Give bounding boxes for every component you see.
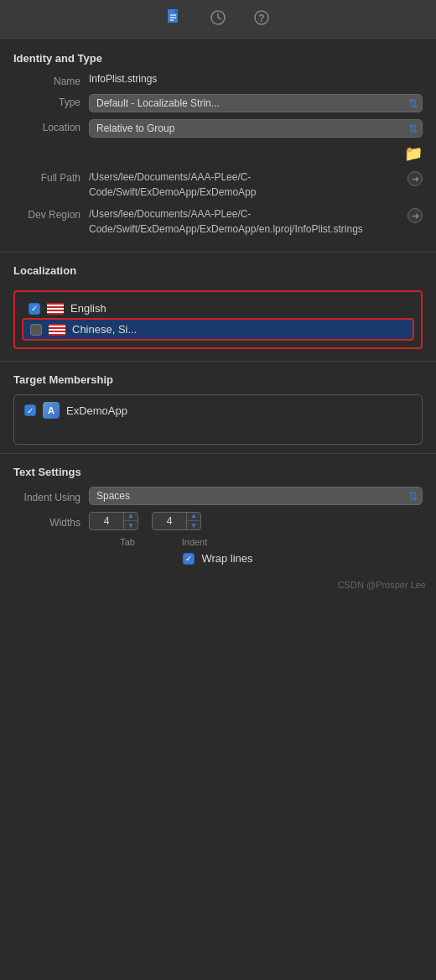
dev-region-value: /Users/lee/Documents/AAA-PLee/C-Code/Swi… [89, 206, 404, 237]
exdemoapp-label: ExDemoApp [66, 404, 127, 417]
dev-region-value-container: /Users/lee/Documents/AAA-PLee/C-Code/Swi… [89, 206, 423, 237]
wrap-lines-checkbox[interactable]: ✓ [183, 553, 195, 565]
full-path-navigate-button[interactable]: ➜ [407, 171, 423, 186]
english-checkbox[interactable]: ✓ [29, 303, 40, 315]
identity-section-title: Identity and Type [13, 52, 423, 65]
folder-icon[interactable]: 📁 [404, 144, 423, 163]
watermark: CSDN @Prosper Lee [0, 573, 436, 597]
svg-line-6 [218, 18, 221, 19]
dev-region-field-row: Dev Region /Users/lee/Documents/AAA-PLee… [13, 206, 423, 237]
text-settings-section: Text Settings Indent Using Spaces ⇅ Widt… [0, 454, 436, 573]
indent-using-row: Indent Using Spaces ⇅ [13, 487, 423, 505]
indent-stepper-down[interactable]: ▼ [187, 521, 200, 530]
localization-item-chinese[interactable]: Chinese, Si... [22, 318, 414, 341]
localization-item-english[interactable]: ✓ English [22, 299, 414, 318]
full-path-field-row: Full Path /Users/lee/Documents/AAA-PLee/… [13, 169, 423, 200]
text-settings-title: Text Settings [13, 466, 423, 478]
widths-row: Widths ▲ ▼ ▲ ▼ [13, 512, 423, 530]
tab-stepper-arrows: ▲ ▼ [123, 512, 138, 530]
indent-stepper: ▲ ▼ [152, 512, 201, 530]
localization-outer: Localization ✓ English [0, 253, 436, 349]
dev-region-label: Dev Region [13, 206, 89, 221]
top-toolbar: ? [0, 0, 436, 40]
target-membership-title: Target Membership [13, 373, 423, 386]
location-label: Location [13, 119, 89, 133]
location-select-wrapper: Relative to Group ⇅ [89, 119, 423, 138]
english-flag-icon [47, 303, 64, 315]
location-field-row: Location Relative to Group ⇅ [13, 119, 423, 138]
file-icon[interactable] [165, 8, 184, 31]
chinese-checkbox[interactable] [30, 324, 42, 336]
location-select[interactable]: Relative to Group [89, 119, 423, 138]
clock-icon[interactable] [209, 8, 227, 31]
target-membership-section: Target Membership ✓ A ExDemoApp [0, 362, 436, 453]
indent-stepper-up[interactable]: ▲ [187, 512, 200, 521]
name-field-row: Name InfoPlist.strings [13, 73, 423, 87]
folder-icon-container: 📁 [89, 144, 423, 163]
chinese-label: Chinese, Si... [72, 323, 137, 336]
svg-text:?: ? [258, 13, 264, 24]
localization-section: ✓ English C [13, 290, 423, 349]
type-select-wrapper: Default - Localizable Strin... ⇅ [89, 94, 423, 112]
type-field-row: Type Default - Localizable Strin... ⇅ [13, 94, 423, 112]
indent-value-input[interactable] [153, 515, 186, 527]
wrap-lines-label: Wrap lines [201, 552, 252, 565]
target-item-exdemoapp[interactable]: ✓ A ExDemoApp [24, 402, 412, 419]
english-label: English [70, 302, 106, 315]
identity-section: Identity and Type Name InfoPlist.strings… [0, 40, 436, 252]
indent-using-label: Indent Using [13, 489, 89, 503]
localization-section-title: Localization [7, 253, 429, 284]
full-path-value-container: /Users/lee/Documents/AAA-PLee/C-Code/Swi… [89, 169, 423, 200]
name-label: Name [13, 73, 89, 87]
name-value: InfoPlist.strings [89, 73, 423, 85]
question-icon[interactable]: ? [252, 8, 271, 31]
exdemoapp-checkbox[interactable]: ✓ [24, 404, 36, 416]
type-label: Type [13, 94, 89, 108]
dev-region-navigate-button[interactable]: ➜ [407, 208, 423, 223]
full-path-value: /Users/lee/Documents/AAA-PLee/C-Code/Swi… [89, 169, 404, 200]
indent-using-select-wrapper: Spaces ⇅ [89, 487, 423, 505]
exdemoapp-icon: A [43, 402, 60, 419]
indent-using-select[interactable]: Spaces [89, 487, 423, 505]
indent-stepper-arrows: ▲ ▼ [186, 512, 200, 530]
watermark-text: CSDN @Prosper Lee [338, 580, 426, 590]
tab-stepper-up[interactable]: ▲ [124, 512, 138, 521]
full-path-label: Full Path [13, 169, 89, 184]
wrap-lines-row[interactable]: ✓ Wrap lines [13, 552, 423, 565]
tab-value-input[interactable] [90, 515, 123, 527]
widths-controls: ▲ ▼ ▲ ▼ [89, 512, 201, 530]
target-membership-box: ✓ A ExDemoApp [13, 394, 423, 445]
tab-col-label: Tab [94, 537, 161, 547]
type-select[interactable]: Default - Localizable Strin... [89, 94, 423, 112]
tab-stepper-down[interactable]: ▼ [124, 521, 138, 530]
column-labels-row: Tab Indent [13, 537, 423, 547]
folder-row: 📁 [13, 144, 423, 163]
indent-col-label: Indent [161, 537, 228, 547]
tab-stepper: ▲ ▼ [89, 512, 138, 530]
chinese-flag-icon [49, 324, 65, 336]
widths-label: Widths [13, 514, 89, 529]
